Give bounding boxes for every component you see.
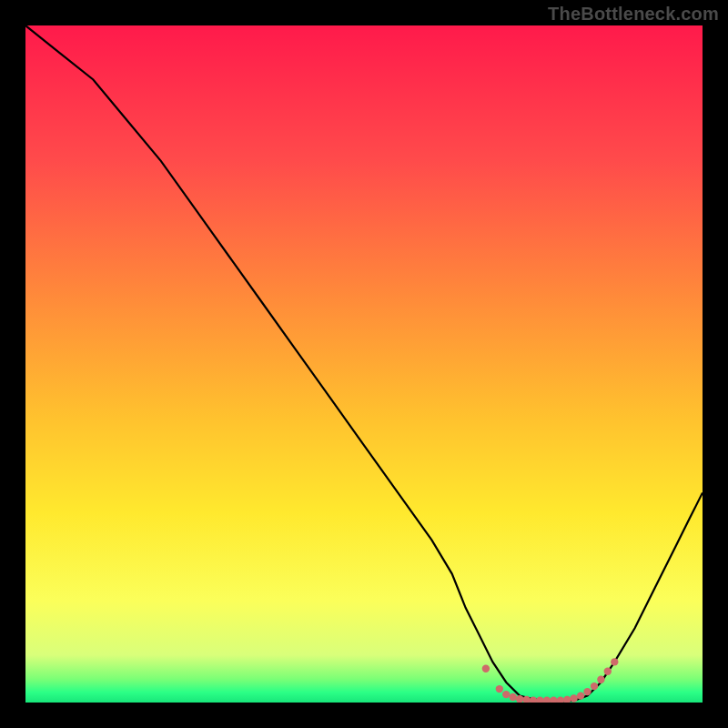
optimal-marker-dot: [482, 665, 490, 672]
optimal-marker-dot: [611, 658, 618, 665]
optimal-marker-dot: [577, 692, 584, 699]
watermark-text: TheBottleneck.com: [548, 4, 719, 25]
optimal-marker-dot: [591, 682, 598, 690]
optimal-marker-dot: [496, 685, 503, 693]
optimal-marker-dot: [502, 691, 510, 698]
chart-container: TheBottleneck.com: [0, 0, 728, 728]
gradient-background: [25, 25, 703, 703]
optimal-marker-dot: [597, 676, 604, 683]
optimal-marker-dot: [510, 693, 517, 701]
optimal-marker-dot: [604, 668, 612, 675]
chart-svg: [25, 25, 703, 703]
optimal-marker-dot: [583, 688, 591, 695]
plot-area: [25, 25, 703, 703]
optimal-marker-dot: [570, 694, 577, 702]
